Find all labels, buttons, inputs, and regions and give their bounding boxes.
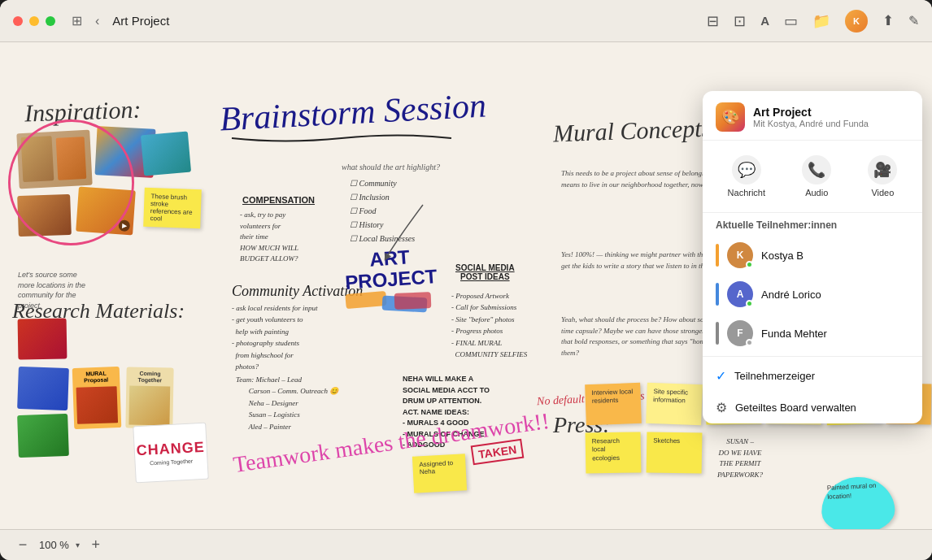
traffic-lights <box>13 16 55 26</box>
sticky-site-info[interactable]: Site specific information <box>646 383 703 425</box>
message-label: Nachricht <box>728 188 765 198</box>
mural-proposal-book: MURALProposal <box>72 367 122 429</box>
message-icon: 💬 <box>732 155 761 184</box>
back-button[interactable]: ‹ <box>92 12 102 30</box>
project-icon: 🎨 <box>716 102 745 132</box>
mural-concepts-title: Mural Concepts <box>552 115 711 148</box>
research-label: Research Materials: <box>12 299 185 323</box>
maximize-button[interactable] <box>46 16 55 26</box>
close-button[interactable] <box>13 16 23 26</box>
board-manage-item[interactable]: ⚙ Geteiltes Board verwalten <box>703 392 922 423</box>
collab-panel: 🎨 Art Project Mit Kostya, André und Fund… <box>703 91 922 423</box>
research-photo-1 <box>18 318 68 359</box>
kostya-avatar: K <box>727 242 753 268</box>
teilnehmerzeiger-item[interactable]: ✓ Teilnehmerzeiger <box>703 360 922 392</box>
share-icon[interactable]: ⬆ <box>882 12 894 29</box>
andre-avatar: A <box>727 281 753 307</box>
minimize-button[interactable] <box>29 16 39 26</box>
susan-note: SUSAN –DO WE HAVETHE PERMITPAPERWORK? <box>691 436 789 480</box>
text-icon[interactable]: A <box>760 14 769 28</box>
art-project-bubble: ART PROJECT <box>338 244 443 321</box>
community-activation-notes: - ask local residents for input - get yo… <box>232 302 317 372</box>
message-button[interactable]: 💬 Nachricht <box>718 150 775 202</box>
checkmark-icon: ✓ <box>716 368 726 384</box>
user-avatar[interactable]: K <box>845 10 868 33</box>
board-manage-label: Geteiltes Board verwalten <box>735 402 856 414</box>
toolbar-tools: ⊟ ⊡ A ▭ 📁 K ⬆ ✎ <box>707 10 919 33</box>
zoom-dropdown-icon[interactable]: ▾ <box>76 540 80 549</box>
funda-avatar: F <box>727 320 753 346</box>
nav-buttons: ⊞ ‹ <box>68 11 102 30</box>
audio-label: Audio <box>805 188 828 198</box>
zoom-control: − 100 % ▾ + <box>13 536 106 555</box>
audio-icon: 📞 <box>802 155 831 184</box>
zoom-level[interactable]: 100 % <box>39 539 69 551</box>
project-subtitle: Mit Kostya, André und Funda <box>753 119 869 128</box>
funda-status-dot <box>746 339 753 346</box>
project-name: Art Project <box>753 106 869 119</box>
compensation-heading: COMPENSATION <box>242 195 315 205</box>
sticky-painted-mural[interactable]: Painted mural on location! <box>820 475 896 529</box>
sticky-research[interactable]: Research local ecologies <box>586 432 642 473</box>
highlight-question: what should the art highlight? <box>342 163 440 171</box>
andre-name: André Lorico <box>761 289 909 301</box>
participant-kostya[interactable]: K Kostya B <box>703 236 922 275</box>
highlight-list: ☐ Community ☐ Inclusion ☐ Food ☐ History… <box>350 176 415 245</box>
participants-section-title: Aktuelle Teilnehmer:innen <box>703 213 922 236</box>
brainstorm-title: Brainstorm Session <box>219 85 487 138</box>
sticky-interview[interactable]: Interview local residents <box>585 383 642 425</box>
zoom-in-button[interactable]: + <box>86 536 106 555</box>
participant-andre[interactable]: A André Lorico <box>703 275 922 314</box>
panel-actions: 💬 Nachricht 📞 Audio 🎥 Video <box>703 141 922 213</box>
research-photo-2 <box>17 367 69 410</box>
social-media-list: - Proposed Artwork - Call for Submission… <box>451 290 527 360</box>
gear-icon: ⚙ <box>716 400 727 415</box>
assigned-sticky[interactable]: Assigned toNeha <box>412 454 467 493</box>
research-photo-3 <box>17 414 69 458</box>
audio-button[interactable]: 📞 Audio <box>792 150 841 202</box>
page-title: Art Project <box>112 14 707 28</box>
kostya-name: Kostya B <box>761 250 909 262</box>
change-book: CHANGE Coming Together <box>133 423 209 484</box>
panel-header: 🎨 Art Project Mit Kostya, André und Fund… <box>703 91 922 141</box>
video-label: Video <box>871 188 894 198</box>
andre-status-dot <box>746 300 753 307</box>
coming-together-book: Coming Together <box>125 367 173 428</box>
table-icon[interactable]: ⊟ <box>707 12 719 30</box>
participant-funda[interactable]: F Funda Mehter <box>703 314 922 353</box>
video-icon: 🎥 <box>868 155 897 184</box>
copy-icon[interactable]: ⊡ <box>734 12 746 30</box>
zoom-out-button[interactable]: − <box>13 536 33 555</box>
panel-divider-1 <box>703 356 922 357</box>
media-icon[interactable]: ▭ <box>784 12 798 30</box>
kostya-color-bar <box>716 244 719 267</box>
funda-name: Funda Mehter <box>761 328 909 340</box>
sticky-brush-strokes[interactable]: These brush stroke references are cool <box>143 188 202 228</box>
canvas-area[interactable]: Inspiration: Brainstorm Session Mural Co… <box>0 42 932 529</box>
sidebar-toggle[interactable]: ⊞ <box>68 11 85 30</box>
video-button[interactable]: 🎥 Video <box>858 150 907 202</box>
edit-icon[interactable]: ✎ <box>908 13 919 28</box>
social-media-heading: SOCIAL MEDIAPOST IDEAS <box>455 263 515 281</box>
teilnehmerzeiger-label: Teilnehmerzeiger <box>734 370 815 382</box>
bottom-bar: − 100 % ▾ + <box>0 529 932 560</box>
kostya-status-dot <box>746 261 753 268</box>
andre-color-bar <box>716 283 719 306</box>
team-names: Team: Michael – Lead Carson – Comm. Outr… <box>236 374 338 432</box>
main-window: ⊞ ‹ Art Project ⊟ ⊡ A ▭ 📁 K ⬆ ✎ Inspirat… <box>0 0 932 560</box>
folder-icon[interactable]: 📁 <box>812 12 830 30</box>
inspiration-photo-5 <box>141 132 191 176</box>
titlebar: ⊞ ‹ Art Project ⊟ ⊡ A ▭ 📁 K ⬆ ✎ <box>0 0 932 42</box>
compensation-notes: - ask, try to pay volunteers for their t… <box>240 210 298 265</box>
funda-color-bar <box>716 322 719 345</box>
